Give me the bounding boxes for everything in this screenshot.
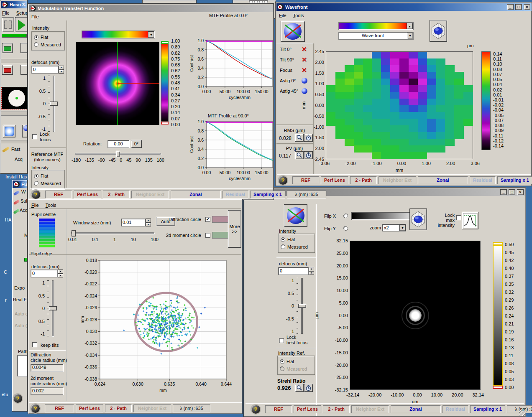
window-size-value[interactable]: 0.01 [121,219,146,226]
status-residual[interactable]: Residual [470,176,496,184]
slider-track[interactable] [71,232,154,234]
strehl-zoom-button[interactable] [295,384,304,392]
spot-menu-file[interactable]: File [31,203,39,208]
measured-option[interactable]: Measured [281,244,312,250]
desktop-label[interactable]: C [4,270,7,275]
rms-zoom-button[interactable] [295,134,304,142]
status-zonal[interactable]: Zonal [418,176,468,184]
save-button[interactable] [20,43,28,53]
status-ref[interactable]: REF [292,176,319,184]
desktop-label[interactable]: etu [2,392,8,397]
lock-max-intensity-checkbox[interactable] [456,215,461,220]
wavefront-tool-label[interactable]: W [21,189,26,194]
status-neighbor-ext[interactable]: Neighbor Ext [379,176,416,184]
flat-option[interactable]: Flat [281,236,312,243]
defocus-slider[interactable]: 10.50-0.5-1 [34,280,54,336]
pupil-preview-image[interactable] [2,87,27,109]
mtf-menu-file[interactable]: File [31,14,39,19]
psf-profile-button[interactable] [462,212,478,229]
acq-tool-label[interactable]: Acq [20,208,28,213]
spin-down-icon[interactable]: ▼ [309,271,314,275]
flip-x-radio[interactable] [343,214,348,218]
spot-menu-tools[interactable]: Tools [46,203,56,208]
slider-thumb[interactable] [49,306,57,310]
lock-focus-checkbox[interactable] [32,134,37,139]
rainbow-colormap-dropdown[interactable]: ▼ [82,31,155,38]
defocus-value[interactable]: 0 [278,267,309,275]
status-2-path[interactable]: 2 - Path [105,404,132,412]
help-button[interactable]: ? [13,394,22,403]
defocus-spinner[interactable]: 0 ▲▼ [278,267,314,275]
status-ref[interactable]: REF [45,191,72,198]
haso-title-bar[interactable]: Haso 3. [1,1,27,8]
help-button[interactable]: ? [279,176,287,185]
mtf90-chart[interactable]: 1.00.80.60.40.20.00.0050.00100.00150.00C… [188,117,274,176]
psf-spot-image[interactable] [76,42,159,125]
haso-tool-button[interactable] [2,17,14,32]
wavefront-menu-file[interactable]: File [279,13,286,18]
measured-option[interactable]: Measured [34,180,62,187]
haso-menu-file[interactable]: File [2,10,10,15]
flat-option[interactable]: Flat [34,34,62,41]
wavefront-colorbar[interactable] [481,51,491,150]
save-red-button[interactable] [20,65,28,75]
fast-label[interactable]: Fast [11,147,20,152]
pv-zoom-button[interactable] [295,151,304,159]
start-acquisition-button[interactable] [15,17,28,32]
spin-up-icon[interactable]: ▲ [309,267,314,271]
maximize-button[interactable]: □ [509,189,515,195]
status-neighbor-ext[interactable]: Neighbor Ext [131,191,169,198]
wavefront-menu-tools[interactable]: Tools [293,13,304,18]
flat-radio[interactable] [280,359,284,364]
keep-tilts-checkbox[interactable] [32,342,37,347]
dropdown-arrow-icon[interactable]: ▼ [399,224,406,231]
flat-radio[interactable] [34,174,38,178]
spin-down-icon[interactable]: ▼ [146,223,151,227]
status-sampling-x-1[interactable]: Sampling x 1 [497,176,532,184]
defocus-slider[interactable]: 10.50-0.5-1 [283,278,303,334]
status-neighbor-ext[interactable]: Neighbor Ext [133,404,171,412]
spot-diagram-chart[interactable]: -0.018-0.020-0.022-0.024-0.026-0.028-0.0… [78,258,232,394]
status-zonal[interactable]: Zonal [391,405,441,413]
mtf0-chart[interactable]: 1.00.80.60.40.20.00.0050.00100.00150.00C… [188,36,274,95]
close-button[interactable]: × [524,4,530,10]
dropdown-arrow-icon[interactable]: ▼ [407,23,413,29]
flat-radio[interactable] [281,237,285,242]
status-perf-lens[interactable]: Perf Lens [294,405,321,413]
measured-radio[interactable] [34,42,38,47]
wrench-red-icon[interactable] [13,199,20,205]
strehl-history-button[interactable] [304,384,313,392]
spin-up-icon[interactable]: ▲ [58,270,63,274]
status--nm-635[interactable]: λ (nm) :635 [287,191,326,198]
measured-radio[interactable] [34,181,38,186]
moment-circle-checkbox[interactable] [205,233,210,238]
path-field[interactable] [17,355,28,376]
status-2-path[interactable]: 2 - Path [323,405,350,413]
status-ref[interactable]: REF [45,404,74,412]
rotation-reset-button[interactable]: 0° [131,140,142,148]
slider-track[interactable] [52,280,54,336]
mtf-colorbar[interactable] [161,44,169,122]
more-button[interactable]: More >> [228,210,241,248]
status-ref[interactable]: REF [265,405,292,413]
wrench-green-icon[interactable] [13,208,20,214]
surface-3d-button[interactable] [409,208,427,230]
psf-colorbar[interactable] [493,245,503,386]
slider-thumb[interactable] [116,151,120,157]
help-button[interactable]: ? [31,404,40,413]
open-red-button[interactable] [2,65,13,75]
desktop-label[interactable]: r [5,297,7,303]
pupil-sphere-button[interactable] [281,21,305,42]
desktop-label[interactable]: HA [5,217,11,222]
zoom-combo[interactable]: x2 ▼ [382,224,406,231]
defocus-spinner[interactable]: 0 ▲▼ [31,66,64,74]
spin-down-icon[interactable]: ▼ [59,70,64,74]
wavefront-title-bar[interactable]: Wavefront _ □ × [276,3,532,11]
status-residual[interactable]: Residual [442,405,468,413]
rotation-input[interactable]: 0.00 [107,140,129,148]
sub-tool-label[interactable]: Sub [20,198,28,203]
status-perf-lens[interactable]: Perf Lens [76,404,103,412]
window-size-slider[interactable] [71,230,154,236]
wavefront-heatmap[interactable] [326,51,473,159]
desktop-label[interactable]: Install Has [5,174,27,179]
